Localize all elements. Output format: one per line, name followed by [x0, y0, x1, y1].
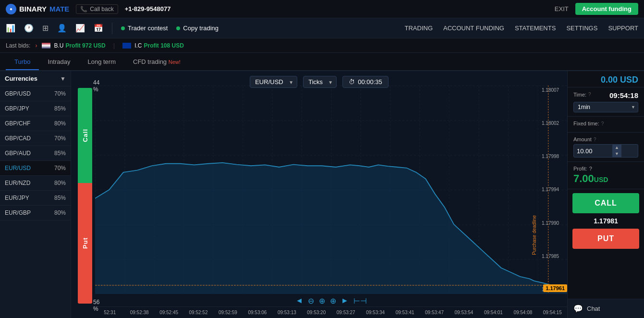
bid-entry-1: B.U Profit 972 USD: [42, 42, 105, 49]
nav-left-btn[interactable]: ◄: [295, 296, 303, 305]
clock-icon[interactable]: 🕐: [24, 24, 34, 33]
x-label-11: 09:53:47: [420, 310, 449, 315]
tab-turbo[interactable]: Turbo: [6, 54, 39, 70]
amount-increase-btn[interactable]: ▲: [612, 145, 621, 151]
copy-trading-label: Copy trading: [183, 24, 219, 32]
bar-chart-icon[interactable]: 📈: [75, 24, 85, 33]
price-tag: 1.17961: [543, 284, 567, 292]
chart-svg: [95, 86, 567, 294]
sidebar-item-gbpchf[interactable]: GBP/CHF 80%: [0, 116, 71, 131]
bid2-profit: Profit 108 USD: [144, 42, 183, 49]
account-funding-button[interactable]: Account funding: [575, 3, 638, 15]
price-display: 1.17981: [568, 215, 644, 227]
chart-bottom-nav: ◄ ⊖ ⊕ ⊕ ► ⊢⊣: [95, 295, 567, 306]
x-label-2: 09:52:45: [154, 310, 183, 315]
x-label-15: 09:54:15: [538, 310, 567, 315]
x-label-14: 09:54:08: [508, 310, 537, 315]
tab-longterm[interactable]: Long term: [79, 54, 124, 70]
top-nav-right: EXIT Account funding: [555, 3, 638, 15]
chart-icon[interactable]: 📊: [6, 24, 15, 33]
bid-separator: |: [113, 42, 115, 49]
put-action-button[interactable]: PUT: [572, 229, 639, 249]
amount-label: Amount ?: [573, 136, 638, 142]
sidebar-header[interactable]: Currencies ▼: [0, 71, 71, 86]
time-label: Time: ?: [573, 92, 591, 98]
sidebar-item-gbpaud[interactable]: GBP/AUD 85%: [0, 146, 71, 161]
exit-button[interactable]: EXIT: [555, 5, 569, 12]
x-label-4: 09:52:59: [213, 310, 243, 315]
logo: ● BINARYMATE: [6, 4, 69, 14]
y-label-6: 1.17985: [542, 254, 566, 259]
nav-crosshair-btn[interactable]: ⊕: [330, 296, 336, 306]
nav-right-btn[interactable]: ►: [341, 296, 349, 305]
last-bids-bar: Last bids: › B.U Profit 972 USD | I.C Pr…: [0, 38, 644, 53]
x-label-7: 09:53:20: [302, 310, 331, 315]
divider: [112, 23, 112, 34]
y-label-2: 1.18002: [542, 121, 566, 126]
copy-trading-badge[interactable]: Copy trading: [176, 24, 219, 32]
sidebar-item-eurusd[interactable]: EUR/USD 70%: [0, 161, 71, 176]
right-panel: 0.00 USD Time: ? 09:54:18 1min 2min 5min: [567, 71, 644, 318]
sidebar-item-name: GBP/USD: [5, 90, 31, 97]
nav-full-btn[interactable]: ⊢⊣: [353, 296, 367, 306]
people-icon[interactable]: 👤: [57, 24, 67, 33]
sidebar-item-gbpjpy[interactable]: GBP/JPY 85%: [0, 101, 71, 116]
nav-zoom-in-btn[interactable]: ⊕: [319, 296, 325, 306]
nav-support[interactable]: SUPPORT: [608, 24, 638, 32]
nav-settings[interactable]: SETTINGS: [566, 24, 597, 32]
sidebar-item-name: GBP/AUD: [5, 150, 31, 157]
put-bar-label: Put: [82, 237, 89, 249]
amount-input[interactable]: [574, 146, 612, 157]
amount-decrease-btn[interactable]: ▼: [612, 151, 621, 157]
sidebar-item-name: GBP/JPY: [5, 105, 29, 112]
time-help-icon[interactable]: ?: [588, 92, 591, 97]
x-label-12: 09:53:54: [449, 310, 478, 315]
put-bar[interactable]: Put: [78, 183, 92, 304]
flag-eu-icon: [122, 43, 131, 49]
callback-button[interactable]: 📞 Call back: [76, 4, 118, 14]
trader-contest-badge[interactable]: Trader contest: [121, 24, 168, 32]
currency-pair-select[interactable]: EUR/USD: [250, 76, 297, 88]
layers-icon[interactable]: ⊞: [42, 24, 49, 33]
chart-area: EUR/USD Ticks ⏱ 00:00:35 44 % Call Put 5: [71, 71, 567, 318]
time-select[interactable]: 1min 2min 5min: [573, 102, 638, 112]
bid-entry-2: I.C Profit 108 USD: [122, 42, 184, 49]
y-label-3: 1.17998: [542, 154, 566, 159]
sidebar-item-gbpusd[interactable]: GBP/USD 70%: [0, 86, 71, 101]
dot-green-icon2: [176, 26, 180, 30]
x-label-1: 09:52:38: [124, 310, 154, 315]
nav-account-funding[interactable]: ACCOUNT FUNDING: [443, 24, 504, 32]
fixed-time-help-icon[interactable]: ?: [601, 121, 604, 126]
icon-bar-right: TRADING ACCOUNT FUNDING STATEMENTS SETTI…: [405, 24, 638, 32]
sidebar-item-eurjpy[interactable]: EUR/JPY 85%: [0, 191, 71, 206]
ticks-wrapper[interactable]: Ticks: [303, 76, 337, 88]
sidebar-item-pct: 80%: [54, 120, 66, 127]
purchase-deadline-label: Purchase deadline: [532, 215, 537, 255]
sidebar-item-eurgbp[interactable]: EUR/GBP 80%: [0, 206, 71, 220]
top-nav-left: ● BINARYMATE 📞 Call back +1-829-9548077: [6, 4, 170, 14]
phone-number: +1-829-9548077: [125, 5, 171, 12]
chat-bar[interactable]: 💬 Chat: [568, 299, 644, 318]
call-bar[interactable]: Call: [78, 88, 92, 183]
calendar-icon[interactable]: 📅: [94, 24, 103, 33]
x-label-6: 09:53:13: [272, 310, 302, 315]
amount-help-icon[interactable]: ?: [594, 137, 596, 142]
sidebar-item-eurnzd[interactable]: EUR/NZD 80%: [0, 176, 71, 191]
nav-statements[interactable]: STATEMENTS: [515, 24, 556, 32]
currency-pair-wrapper[interactable]: EUR/USD: [250, 76, 297, 88]
sidebar-item-gbpcad[interactable]: GBP/CAD 70%: [0, 131, 71, 146]
profit-help-icon[interactable]: ?: [589, 166, 592, 171]
bid1-code: B.U: [54, 42, 63, 49]
last-bids-label: Last bids:: [6, 42, 30, 49]
tab-intraday[interactable]: Intraday: [39, 54, 79, 70]
ticks-select[interactable]: Ticks: [303, 76, 337, 88]
tab-cfd[interactable]: CFD trading New!: [124, 54, 189, 70]
x-label-5: 09:53:06: [243, 310, 272, 315]
fixed-time-section: Fixed time: ?: [568, 117, 644, 133]
call-action-button[interactable]: CALL: [572, 193, 639, 213]
time-select-wrapper[interactable]: 1min 2min 5min: [573, 102, 638, 112]
nav-zoom-out-btn[interactable]: ⊖: [308, 296, 314, 306]
sidebar-item-pct: 85%: [54, 150, 66, 157]
x-label-10: 09:53:41: [390, 310, 419, 315]
nav-trading[interactable]: TRADING: [405, 24, 433, 32]
